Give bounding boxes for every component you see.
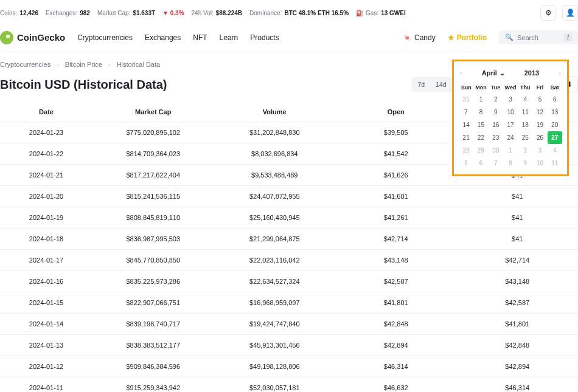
day-cell[interactable]: 8 [503,157,518,170]
account-button[interactable]: 👤 [562,5,578,21]
table-cell: $42,714 [335,229,457,250]
day-cell[interactable]: 11 [518,106,532,119]
day-cell[interactable]: 9 [489,106,503,119]
year-selector[interactable]: 2013 [524,69,539,77]
table-cell: $45,913,301,456 [214,335,336,356]
day-cell[interactable]: 25 [518,131,532,144]
table-cell: $836,987,995,503 [92,229,214,250]
day-cell[interactable]: 29 [473,144,488,157]
day-cell[interactable]: 15 [473,119,488,131]
table-cell: $24,407,872,955 [214,186,336,207]
day-cell[interactable]: 10 [503,106,518,119]
day-cell[interactable]: 5 [532,93,547,106]
day-cell[interactable]: 6 [473,157,488,170]
month-selector[interactable]: April ⌄ [482,69,505,77]
next-month-button[interactable]: › [559,69,561,77]
day-cell[interactable]: 13 [548,106,562,119]
day-cell[interactable]: 17 [503,119,518,131]
day-cell[interactable]: 2 [489,93,503,106]
gear-icon: ⚙ [545,9,552,17]
day-cell[interactable]: 12 [532,106,547,119]
day-cell[interactable]: 16 [489,119,503,131]
day-cell[interactable]: 23 [489,131,503,144]
day-cell[interactable]: 28 [459,144,473,157]
dow-label: Mon [473,82,488,93]
search-input[interactable]: 🔍 Search / [499,30,578,44]
day-cell[interactable]: 3 [503,93,518,106]
day-cell[interactable]: 21 [459,131,473,144]
table-cell: $9,533,488,489 [214,165,336,186]
chevron-down-icon: ⌄ [500,69,505,77]
day-cell[interactable]: 3 [532,144,547,157]
table-cell: $822,907,066,751 [92,292,214,314]
dow-label: Thu [518,82,532,93]
table-cell: $25,160,430,945 [214,207,336,229]
day-cell[interactable]: 18 [518,119,532,131]
nav-link-products[interactable]: Products [250,33,279,42]
day-cell[interactable]: 24 [503,131,518,144]
dow-label: Tue [489,82,503,93]
dow-label: Wed [503,82,518,93]
day-cell[interactable]: 11 [548,157,562,170]
nav-link-learn[interactable]: Learn [220,33,239,42]
nav-link-nft[interactable]: NFT [193,33,207,42]
day-cell[interactable]: 7 [489,157,503,170]
mcap-label: Market Cap: [97,10,130,16]
table-row: 2024-01-16$835,225,973,286$22,634,527,32… [0,271,578,292]
table-cell: $42,894 [335,335,457,356]
nav-links: CryptocurrenciesExchangesNFTLearnProduct… [77,33,279,42]
day-cell[interactable]: 8 [473,106,488,119]
breadcrumb-item[interactable]: Bitcoin Price [65,61,102,68]
breadcrumb-item[interactable]: Cryptocurrencies [0,61,50,68]
table-row: 2024-01-18$836,987,995,503$21,299,064,87… [0,229,578,250]
settings-button[interactable]: ⚙ [540,5,556,21]
candy-label: Candy [414,33,436,42]
day-cell[interactable]: 10 [532,157,547,170]
portfolio-link[interactable]: ★ Portfolio [448,33,487,42]
table-cell: $43,148 [335,250,457,271]
day-cell[interactable]: 26 [532,131,547,144]
table-cell: $42,714 [457,250,579,271]
table-cell: $817,217,622,404 [92,165,214,186]
logo[interactable]: CoinGecko [0,31,65,44]
table-row: 2024-01-13$838,383,512,177$45,913,301,45… [0,335,578,356]
prev-month-button[interactable]: ‹ [460,69,462,77]
chevron-right-icon: › [57,61,59,68]
day-cell[interactable]: 1 [503,144,518,157]
candy-link[interactable]: 🍬 Candy [403,33,436,42]
dow-label: Sat [548,82,562,93]
table-row: 2024-01-19$808,845,819,110$25,160,430,94… [0,207,578,229]
range-14d[interactable]: 14d [430,78,452,91]
nav-link-exchanges[interactable]: Exchanges [145,33,181,42]
range-7d[interactable]: 7d [413,78,431,91]
day-cell[interactable]: 31 [459,93,473,106]
day-cell[interactable]: 7 [459,106,473,119]
day-cell[interactable]: 2 [518,144,532,157]
day-cell[interactable]: 19 [532,119,547,131]
table-cell: $46,632 [335,377,457,393]
day-cell[interactable]: 4 [548,144,562,157]
day-cell[interactable]: 27 [548,131,562,144]
day-cell[interactable]: 14 [459,119,473,131]
column-header: Volume [214,102,336,122]
day-cell[interactable]: 4 [518,93,532,106]
table-cell: $915,259,343,942 [92,377,214,393]
day-cell[interactable]: 20 [548,119,562,131]
day-cell[interactable]: 5 [459,157,473,170]
table-cell: $814,709,364,023 [92,143,214,165]
breadcrumb-item: Historical Data [117,61,161,68]
candy-icon: 🍬 [403,33,412,42]
table-row: 2024-01-20$815,241,536,115$24,407,872,95… [0,186,578,207]
table-cell: $909,846,384,596 [92,356,214,377]
day-cell[interactable]: 22 [473,131,488,144]
table-cell: $41,626 [335,165,457,186]
dom-label: Dominance: [249,10,282,16]
day-cell[interactable]: 30 [489,144,503,157]
table-row: 2024-01-14$839,198,740,717$19,424,747,84… [0,314,578,335]
table-cell: $19,424,747,840 [214,314,336,335]
day-cell[interactable]: 6 [548,93,562,106]
nav-link-cryptocurrencies[interactable]: Cryptocurrencies [77,33,133,42]
day-cell[interactable]: 9 [518,157,532,170]
day-cell[interactable]: 1 [473,93,488,106]
table-cell: $41,801 [457,314,579,335]
